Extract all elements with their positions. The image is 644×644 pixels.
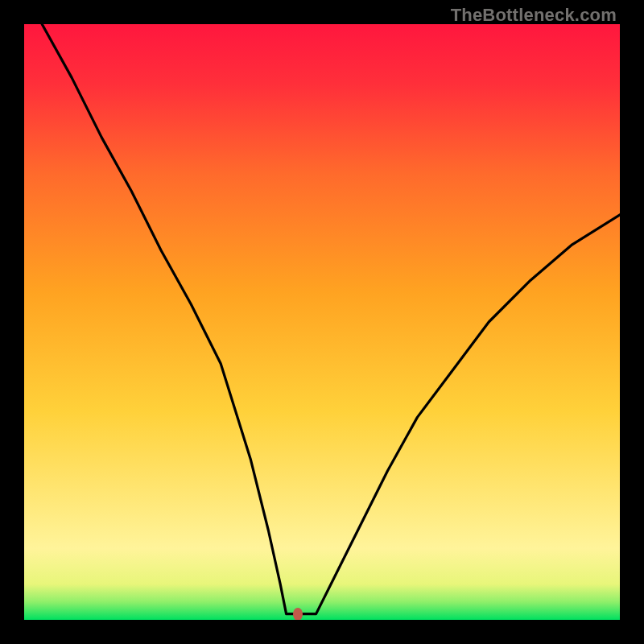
- chart-frame: TheBottleneck.com: [0, 0, 644, 644]
- bottleneck-curve: [42, 24, 620, 614]
- watermark-text: TheBottleneck.com: [451, 5, 617, 26]
- curve-svg: [24, 24, 620, 620]
- plot-area: [24, 24, 620, 620]
- optimal-point-marker: [293, 608, 303, 620]
